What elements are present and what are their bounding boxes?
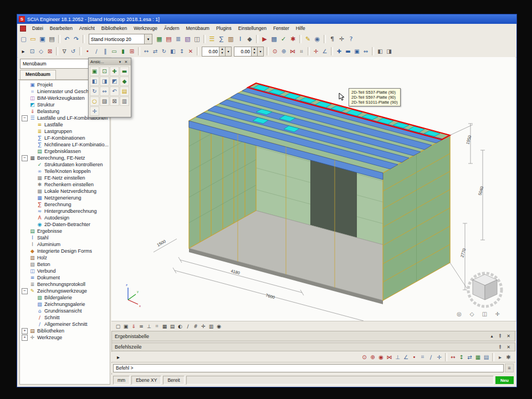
tree-item-bildergalerie[interactable]: ▧Bildergalerie xyxy=(20,294,110,301)
dock-right-icon[interactable]: ◨ xyxy=(385,47,393,56)
line-grid-icon[interactable]: ▤ xyxy=(482,353,490,361)
tree-item-teile-knoten-koppeln[interactable]: ∞Teile/Knoten koppeln xyxy=(20,168,110,175)
tree-item-netzgenerierung[interactable]: ▦Netzgenerierung xyxy=(20,195,110,201)
display-settings-icon[interactable]: ✛ xyxy=(200,323,207,330)
layers-icon[interactable]: ▤ xyxy=(168,323,176,330)
menu-datei[interactable]: Datei xyxy=(29,24,47,32)
add-beam-icon[interactable]: ∕ xyxy=(92,47,101,56)
named-views-icon[interactable]: ▤ xyxy=(120,86,129,96)
numbering-icon[interactable]: # xyxy=(192,323,200,330)
close-panel-icon[interactable]: ✕ xyxy=(505,332,512,340)
tree-item-aluminium[interactable]: IAluminium xyxy=(20,241,110,248)
coord-angle-icon[interactable]: ∠ xyxy=(320,47,329,56)
y-coordinate-input[interactable]: 0.00 ▲▼ ▾ xyxy=(234,47,264,57)
snap-endpoint-icon[interactable]: ⊙ xyxy=(360,353,369,361)
show-grid-icon[interactable]: ▦ xyxy=(161,323,168,330)
track-z-icon[interactable]: ⇄ xyxy=(466,353,474,361)
show-supports-icon[interactable]: ⊥ xyxy=(145,323,153,330)
layout-manager-icon[interactable]: ◫ xyxy=(192,34,202,44)
tree-item-autodesign[interactable]: AAutodesign xyxy=(20,214,110,221)
view-front-icon[interactable]: ◧ xyxy=(90,76,99,86)
tree-expand-icon[interactable]: + xyxy=(22,328,28,334)
tree-collapse-icon[interactable]: − xyxy=(22,288,28,294)
section-display-icon[interactable]: ∕ xyxy=(184,323,192,330)
zoom-all-icon[interactable]: ▣ xyxy=(90,66,99,76)
tree-item-ergebnisse[interactable]: ▤Ergebnisse xyxy=(20,228,110,234)
snap-settings-icon[interactable]: ✱ xyxy=(504,353,513,361)
close-panel-icon[interactable]: ✕ xyxy=(505,344,512,351)
tree-item-schnitt[interactable]: ∕Schnitt xyxy=(20,314,110,321)
snap-intersection-icon[interactable]: ⋈ xyxy=(385,353,393,361)
show-labels-icon[interactable]: ≡ xyxy=(137,323,145,330)
stretch-icon[interactable]: ↕ xyxy=(177,47,186,56)
menu-einstellungen[interactable]: Einstellungen xyxy=(235,24,270,32)
deselect-all-icon[interactable]: ⊠ xyxy=(45,47,54,56)
tree-item-allgemeiner-schnitt[interactable]: ∕Allgemeiner Schnitt xyxy=(20,321,110,328)
view-cube-icon[interactable]: ◇ xyxy=(468,310,476,318)
snap-midpoint-icon[interactable]: ⊕ xyxy=(369,353,377,361)
engineering-report-icon[interactable]: ≣ xyxy=(173,34,183,44)
pan-view-icon[interactable]: ⇔ xyxy=(100,86,109,96)
y-spinner-arrows[interactable]: ▲▼ xyxy=(251,47,257,56)
tree-expand-icon[interactable]: + xyxy=(22,335,28,341)
results-table-icon[interactable]: ▤ xyxy=(164,34,173,44)
tree-item-verbund[interactable]: ◫Verbund xyxy=(20,268,110,274)
dock-left-icon[interactable]: ◧ xyxy=(376,47,385,56)
tree-item-berechnungsprotokoll[interactable]: ≣Berechnungsprotokoll xyxy=(20,281,110,288)
menu-fenster[interactable]: Fenster xyxy=(270,24,293,32)
light-settings-icon[interactable]: ○ xyxy=(90,96,99,106)
tree-item-berechnung[interactable]: ∑Berechnung xyxy=(20,201,110,208)
render-mode-icon[interactable]: ▨ xyxy=(100,96,109,106)
units-setup-icon[interactable]: ¶ xyxy=(328,34,337,44)
copy-icon[interactable]: ⇄ xyxy=(151,47,160,56)
spin-up-icon[interactable]: ▲ xyxy=(252,47,257,51)
snap-tangent-icon[interactable]: ∠ xyxy=(402,353,410,361)
pick-cursor-icon[interactable]: ▸ xyxy=(114,353,122,361)
zoom-window-icon[interactable]: ⊡ xyxy=(100,66,109,76)
zoom-in-icon[interactable]: ✚ xyxy=(110,66,119,76)
add-wall-icon[interactable]: ▮ xyxy=(119,47,127,56)
results-table-panel[interactable]: Ergebnistabelle ▴‡✕ xyxy=(111,331,515,341)
zoom-out-icon[interactable]: ▬ xyxy=(120,66,129,76)
open-project-icon[interactable]: ▭ xyxy=(28,34,38,44)
title-bar[interactable]: S SCIA Engineer 18.1.2052 - [Stand Horti… xyxy=(17,14,516,24)
table-edit-icon[interactable]: ▥ xyxy=(207,323,215,330)
pan-icon[interactable]: ⇔ xyxy=(361,47,370,56)
zoom-all-icon[interactable]: ▣ xyxy=(352,47,361,56)
snap-node-icon[interactable]: • xyxy=(410,353,418,361)
copy-format-icon[interactable]: ✎ xyxy=(303,34,313,44)
palette-menu-icon[interactable]: ▾ xyxy=(117,60,123,64)
previous-selection-icon[interactable]: ↺ xyxy=(69,47,78,56)
spin-up-icon[interactable]: ▲ xyxy=(219,47,225,51)
command-input[interactable]: Befehl > xyxy=(113,364,504,372)
tree-item-dokument[interactable]: ≡Dokument xyxy=(20,274,110,281)
menu-plugins[interactable]: Plugins xyxy=(213,24,235,32)
tree-item-nichtlineare-lf-kombinationen[interactable]: ∑Nichtlineare LF-Kombinatio... xyxy=(20,141,110,148)
menu-bibliotheken[interactable]: Bibliotheken xyxy=(98,24,130,32)
load-combinations-icon[interactable]: ∑ xyxy=(217,34,226,44)
view-top-icon[interactable]: ◩ xyxy=(110,76,119,86)
select-polygon-icon[interactable]: ◇ xyxy=(37,47,45,56)
select-rectangle-icon[interactable]: ⊡ xyxy=(28,47,37,56)
x-coordinate-input[interactable]: 0.00 ▲▼ ▾ xyxy=(202,47,232,57)
snap-point-icon[interactable]: ⊙ xyxy=(270,47,279,56)
y-spinner-caret-icon[interactable]: ▾ xyxy=(257,47,263,56)
selection-filter-icon[interactable]: ∇ xyxy=(60,47,69,56)
tree-item-beton[interactable]: ▨Beton xyxy=(20,261,110,268)
tree-item-holz[interactable]: ▥Holz xyxy=(20,254,110,261)
print-view-icon[interactable]: ▥ xyxy=(120,96,129,106)
help-icon[interactable]: ? xyxy=(346,34,356,44)
menu-ndern[interactable]: Ändern xyxy=(161,24,182,32)
tree-item-grundrissansicht[interactable]: ⌂Grundrissansicht xyxy=(20,308,110,314)
save-project-icon[interactable]: ▣ xyxy=(38,34,47,44)
tree-item-fe-netz-einstellen[interactable]: ▦FE-Netz einstellen xyxy=(20,175,110,181)
load-cases-icon[interactable]: ☰ xyxy=(207,34,217,44)
add-opening-icon[interactable]: ⊞ xyxy=(127,47,136,56)
command-history-icon[interactable]: ≡ xyxy=(505,364,514,372)
x-spinner-arrows[interactable]: ▲▼ xyxy=(219,47,225,56)
tree-item-2d-daten-betrachter[interactable]: ◉2D-Daten-Betrachter xyxy=(20,221,110,228)
clipping-box-icon[interactable]: ⊠ xyxy=(110,96,119,106)
tree-item-werkzeuge[interactable]: +✛Werkzeuge xyxy=(20,334,110,341)
previous-view-icon[interactable]: ↶ xyxy=(110,86,119,96)
tree-item-stahl[interactable]: IStahl xyxy=(20,234,110,241)
